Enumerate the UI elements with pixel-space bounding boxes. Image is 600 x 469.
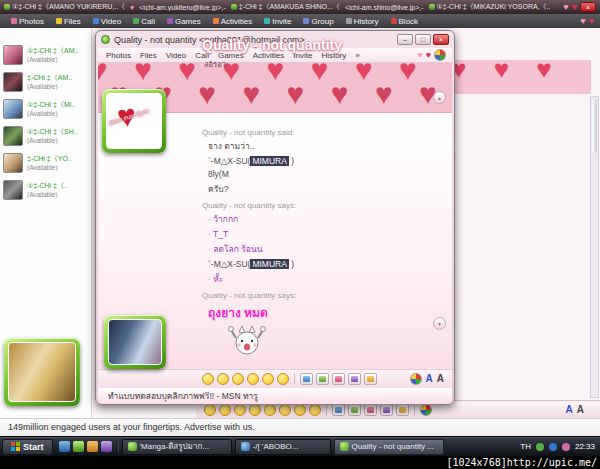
scrollbar[interactable] <box>590 96 599 398</box>
emoticon-sad-button[interactable] <box>279 404 291 416</box>
menu-files[interactable]: Files <box>51 15 86 27</box>
nudge-button[interactable] <box>396 404 409 416</box>
chat-menu-video[interactable]: Video <box>162 49 190 61</box>
contact-status: (Available) <box>27 110 75 117</box>
self-avatar-image <box>8 342 76 402</box>
self-display-picture[interactable] <box>4 338 80 406</box>
contact-list-item[interactable]: ‡-CHi ‡《AM..(Available) <box>0 68 91 95</box>
font-button[interactable]: A <box>577 404 584 416</box>
chat-window: Quality - not quantity <notba001@hotmail… <box>95 30 455 405</box>
contact-list-item[interactable]: ①‡-CHi ‡《AM..(Available) <box>0 41 91 68</box>
contact-list-item[interactable]: ①‡-CHi ‡《..(Available) <box>0 176 91 203</box>
window-title-segment[interactable]: ①‡-CHi ‡《MiKAZUKi YOSORA,《.. <box>429 2 551 12</box>
menu-video[interactable]: Video <box>88 15 126 27</box>
menu-overflow-chevron[interactable]: » <box>351 49 363 61</box>
scrollbar-thumb[interactable] <box>592 99 597 153</box>
cat-sticker <box>228 324 438 360</box>
photo-button[interactable] <box>300 373 313 385</box>
emoticon-smile-button[interactable] <box>204 404 216 416</box>
contact-status: (Available) <box>27 56 78 63</box>
chat-message: `-M△X-SU(MIMURA ) <box>208 259 438 269</box>
contact-name: ①‡-CHi ‡《SH.. <box>27 127 78 137</box>
menu-call[interactable]: Call <box>128 15 160 27</box>
font-button[interactable]: A <box>437 373 444 385</box>
start-button[interactable]: Start <box>2 439 53 455</box>
secondary-display-picture[interactable] <box>104 315 166 369</box>
font-button-blue[interactable]: A <box>566 404 573 416</box>
contact-name: ‡-CHi ‡《AM.. <box>27 73 72 83</box>
taskbar-clock[interactable]: 22:33 <box>575 442 595 451</box>
photo-button[interactable] <box>332 404 345 416</box>
contact-avatar-image: ♥ More than Eyes <box>106 93 162 149</box>
pink-heart-icon[interactable]: ♥ <box>417 51 422 60</box>
menu-history[interactable]: History <box>341 15 384 27</box>
quick-launch-ie-icon[interactable] <box>59 441 70 452</box>
contact-avatar <box>3 72 23 92</box>
contact-name: ①‡-CHi ‡《.. <box>27 181 68 191</box>
quick-launch-msn-icon[interactable] <box>73 441 84 452</box>
emoticon-surprised-button[interactable] <box>247 373 259 385</box>
emoticon-surprised-button[interactable] <box>249 404 261 416</box>
contact-list-item[interactable]: ‡-CHi ‡《YO..(Available) <box>0 149 91 176</box>
close-button[interactable]: × <box>433 34 449 45</box>
tray-volume-icon[interactable] <box>562 443 570 451</box>
emoticon-smile-button[interactable] <box>202 373 214 385</box>
menu-photos[interactable]: Photos <box>6 15 49 27</box>
emoticon-cry-button[interactable] <box>294 404 306 416</box>
contact-list-item[interactable]: ①‡-CHi ‡《SH..(Available) <box>0 122 91 149</box>
quick-launch-folder-icon[interactable] <box>87 441 98 452</box>
window-title-segment[interactable]: ①‡-CHi ‡《AMANO YUKiRERU,..《 <box>4 2 125 12</box>
background-window-titlebar[interactable]: ①‡-CHi ‡《AMANO YUKiRERU,..《 ♥ <ichi-am.y… <box>0 0 600 14</box>
emoticon-angry-button[interactable] <box>309 404 321 416</box>
emoticon-wink-button[interactable] <box>232 373 244 385</box>
menu-group[interactable]: Group <box>298 15 338 27</box>
webcam-button[interactable] <box>348 404 361 416</box>
chat-menu-photos[interactable]: Photos <box>102 49 135 61</box>
emoticon-tongue-button[interactable] <box>264 404 276 416</box>
emoticon-tongue-button[interactable] <box>262 373 274 385</box>
heart-icon: ♥ <box>130 4 134 11</box>
restore-button[interactable]: □ <box>415 34 431 45</box>
red-heart-icon[interactable]: ♥ <box>426 51 431 60</box>
color-palette-button[interactable] <box>420 404 432 416</box>
window-title-segment[interactable]: <ichi-am.yukiteru@live.jp>,- <box>139 4 225 11</box>
scroll-down-button[interactable]: ▼ <box>433 317 446 330</box>
theme-color-button[interactable] <box>434 49 446 61</box>
taskbar-task-manga[interactable]: 'Manga-ดีสรูปมาก... <box>122 439 232 455</box>
window-title-segment[interactable]: ‡-CHi ‡《AMAKUSA SHiNO,..《 <box>231 2 340 12</box>
windows-flag-icon <box>11 442 20 451</box>
emoticon-laugh-button[interactable] <box>217 373 229 385</box>
nudge-button[interactable] <box>364 373 377 385</box>
menu-invite[interactable]: Invite <box>259 15 296 27</box>
contact-list-item[interactable]: ①‡-CHi ‡《Mi..(Available) <box>0 95 91 122</box>
minimize-button[interactable]: – <box>397 34 413 45</box>
emoticon-wink-button[interactable] <box>234 404 246 416</box>
menu-games[interactable]: Games <box>162 15 206 27</box>
tray-network-icon[interactable] <box>549 443 557 451</box>
font-color-button[interactable] <box>410 373 422 385</box>
contact-display-picture[interactable]: ♥ More than Eyes <box>102 89 166 153</box>
taskbar-task-quality[interactable]: Quality - not quantity ... <box>334 439 444 455</box>
message-sender-header: Quality - not quantity says: <box>202 291 438 300</box>
toolbar-separator <box>294 373 295 385</box>
font-button-blue[interactable]: A <box>426 373 433 385</box>
message-input[interactable]: ทำแบบทดสอบบุคลิกภาพฟรี!! - MSN ทารู <box>98 388 452 404</box>
menu-block[interactable]: Block <box>386 15 424 27</box>
menu-activities[interactable]: Activities <box>208 15 258 27</box>
tray-msn-icon[interactable] <box>536 443 544 451</box>
gift-button[interactable] <box>332 373 345 385</box>
emoticon-sad-button[interactable] <box>277 373 289 385</box>
scroll-up-button[interactable]: ▲ <box>433 91 446 104</box>
language-indicator[interactable]: TH <box>520 442 531 451</box>
close-button[interactable]: × <box>580 2 596 12</box>
emoticon-laugh-button[interactable] <box>219 404 231 416</box>
quick-launch-media-icon[interactable] <box>101 441 112 452</box>
chat-menu-files[interactable]: Files <box>136 49 161 61</box>
games-button[interactable] <box>348 373 361 385</box>
taskbar-task-abobo[interactable]: -/[ 'ABOBO... <box>235 439 331 455</box>
highlighted-text: MIMURA <box>250 156 288 166</box>
webcam-button[interactable] <box>316 373 329 385</box>
window-title-segment[interactable]: <ichi-am.shino@live.jp>,- <box>345 4 424 11</box>
gift-button[interactable] <box>364 404 377 416</box>
games-button[interactable] <box>380 404 393 416</box>
